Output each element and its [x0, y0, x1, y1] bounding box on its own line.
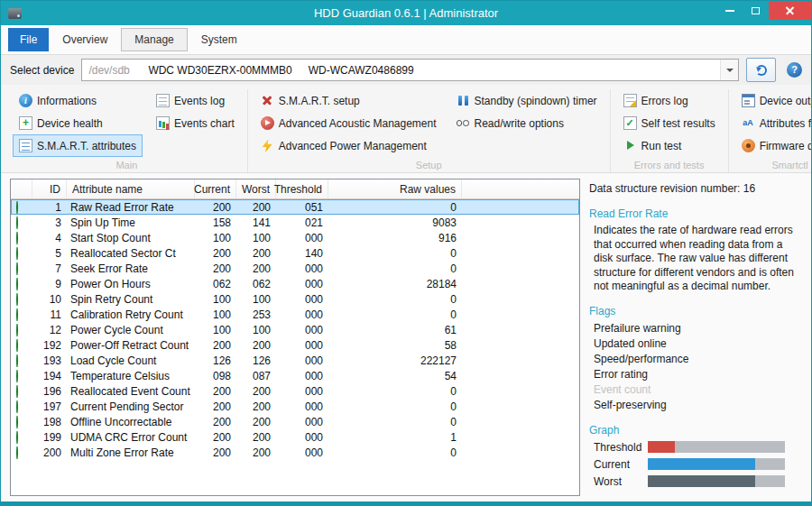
ribbon-item-standby-spindown-timer[interactable]: Standby (spindown) timer	[450, 89, 604, 112]
ribbon-group-label: Main	[13, 157, 241, 174]
table-row[interactable]: 4Start Stop Count100100000916	[11, 230, 579, 245]
cell-worst: 200	[236, 446, 276, 459]
dropdown-arrow-icon[interactable]	[720, 60, 738, 80]
cell-current: 062	[195, 278, 236, 290]
status-ok-icon	[16, 400, 18, 413]
cell-threshold: 000	[276, 308, 328, 321]
table-row[interactable]: 10Spin Retry Count1001000000	[11, 291, 579, 307]
table-row[interactable]: 196Reallocated Event Count2002000000	[11, 383, 579, 399]
maximize-button[interactable]	[743, 1, 769, 20]
cell-attribute-name: Current Pending Sector	[67, 400, 195, 413]
ribbon-item-device-health[interactable]: Device health	[13, 112, 143, 134]
readwrite-icon	[457, 116, 470, 130]
cell-id: 1	[32, 201, 67, 214]
ribbon-item-events-chart[interactable]: Events chart	[150, 112, 241, 134]
ribbon-item-events-log[interactable]: Events log	[150, 89, 241, 112]
table-body: 1Raw Read Error Rate20020005103Spin Up T…	[11, 199, 579, 460]
status-cell	[11, 431, 32, 444]
refresh-devices-button[interactable]	[746, 58, 776, 82]
smart-setup-icon	[261, 94, 274, 107]
table-row[interactable]: 192Power-Off Retract Count20020000058	[11, 337, 579, 353]
cell-raw-values: 0	[328, 262, 462, 275]
cell-id: 199	[32, 431, 67, 444]
graph-bar-track	[648, 458, 785, 470]
ribbon-item-s-m-a-r-t-setup[interactable]: S.M.A.R.T. setup	[254, 89, 443, 112]
table-row[interactable]: 3Spin Up Time1581410219083	[11, 215, 579, 230]
ribbon-item-label: Standby (spindown) timer	[475, 95, 597, 107]
ribbon-group-main: InformationsDevice healthS.M.A.R.T. attr…	[6, 89, 248, 172]
ribbon-item-attributes-format[interactable]: Attributes format	[735, 112, 812, 134]
table-row[interactable]: 193Load Cycle Count126126000222127	[11, 353, 579, 368]
cell-raw-values: 0	[328, 247, 462, 260]
tab-file[interactable]: File	[8, 28, 49, 51]
errors-log-icon	[623, 94, 637, 107]
ribbon-item-s-m-a-r-t-attributes[interactable]: S.M.A.R.T. attributes	[13, 134, 143, 157]
column-header-current[interactable]: Current	[195, 179, 236, 198]
cell-id: 196	[32, 385, 67, 398]
cell-current: 200	[195, 385, 236, 398]
table-row[interactable]: 11Calibration Retry Count1002530000	[11, 307, 579, 322]
device-model: WDC WD30EZRX-00MMMB0	[148, 64, 291, 77]
table-row[interactable]: 1Raw Read Error Rate2002000510	[11, 199, 579, 215]
tab-overview[interactable]: Overview	[49, 28, 121, 51]
table-row[interactable]: 194Temperature Celsius09808700054	[11, 368, 579, 383]
ribbon-item-read-write-options[interactable]: Read/write options	[450, 112, 604, 134]
table-row[interactable]: 199UDMA CRC Error Count2002000001	[11, 429, 579, 445]
column-header-worst[interactable]: Worst	[236, 179, 276, 198]
ribbon-item-run-test[interactable]: Run test	[617, 134, 722, 157]
cell-worst: 100	[236, 232, 276, 244]
cell-raw-values: 28184	[328, 278, 462, 290]
graph-bar-fill	[648, 441, 675, 453]
help-button[interactable]	[787, 62, 802, 78]
cell-threshold: 000	[276, 262, 328, 275]
cell-current: 200	[195, 446, 236, 459]
column-header-id[interactable]: ID	[32, 179, 67, 198]
column-header-raw-values[interactable]: Raw values	[328, 179, 462, 198]
ribbon-item-firmware-debug[interactable]: Firmware debug	[735, 134, 812, 157]
attributes-format-icon	[742, 116, 755, 130]
status-ok-icon	[16, 431, 18, 444]
table-row[interactable]: 197Current Pending Sector2002000000	[11, 399, 579, 414]
cell-raw-values: 0	[328, 308, 462, 321]
device-path: /dev/sdb	[88, 64, 148, 77]
cell-raw-values: 9083	[328, 216, 462, 229]
table-row[interactable]: 9Power On Hours06206200028184	[11, 276, 579, 291]
table-row[interactable]: 200Multi Zone Error Rate2002000000	[11, 445, 579, 460]
cell-attribute-name: Seek Error Rate	[67, 262, 195, 275]
status-ok-icon	[16, 232, 18, 244]
tab-manage[interactable]: Manage	[121, 28, 187, 51]
column-header-attribute-name[interactable]: Attribute name	[67, 179, 195, 198]
cell-current: 200	[195, 400, 236, 413]
ribbon-item-label: Self test results	[641, 117, 715, 130]
ribbon-item-advanced-power-management[interactable]: Advanced Power Management	[254, 134, 443, 157]
column-header-threshold[interactable]: Threshold	[276, 179, 328, 198]
cell-worst: 200	[236, 385, 276, 398]
ribbon-item-advanced-acoustic-management[interactable]: Advanced Acoustic Management	[254, 112, 443, 134]
ribbon-item-self-test-results[interactable]: Self test results	[617, 112, 722, 134]
run-test-icon	[623, 139, 637, 152]
device-select[interactable]: /dev/sdb WDC WD30EZRX-00MMMB0 WD-WCAWZ04…	[81, 59, 739, 81]
table-row[interactable]: 5Reallocated Sector Ct2002001400	[11, 245, 579, 261]
ribbon-column: Events logEvents chart	[150, 89, 241, 134]
ribbon-item-errors-log[interactable]: Errors log	[617, 89, 722, 112]
ribbon-item-informations[interactable]: Informations	[13, 89, 143, 112]
table-row[interactable]: 198Offline Uncorrectable2002000000	[11, 414, 579, 429]
cell-attribute-name: Reallocated Event Count	[67, 385, 195, 398]
minimize-button[interactable]	[716, 1, 743, 20]
cell-id: 11	[32, 308, 67, 321]
header-filler	[462, 179, 579, 198]
table-row[interactable]: 7Seek Error Rate2002000000	[11, 261, 579, 276]
device-serial: WD-WCAWZ0486899	[309, 64, 414, 77]
tab-system[interactable]: System	[188, 28, 251, 51]
flag-event-count: Event count	[589, 382, 803, 398]
ribbon-item-device-output[interactable]: Device output	[735, 89, 812, 112]
table-row[interactable]: 12Power Cycle Count10010000061	[11, 322, 579, 337]
close-button[interactable]	[769, 1, 811, 20]
cell-threshold: 000	[276, 339, 328, 352]
ribbon-item-label: Informations	[37, 95, 97, 107]
cell-attribute-name: Temperature Celsius	[67, 370, 195, 382]
cell-worst: 087	[236, 370, 276, 382]
cell-worst: 100	[236, 324, 276, 336]
detail-panel: Data structure revision number: 16 Read …	[587, 179, 805, 496]
cell-raw-values: 222127	[328, 354, 462, 367]
